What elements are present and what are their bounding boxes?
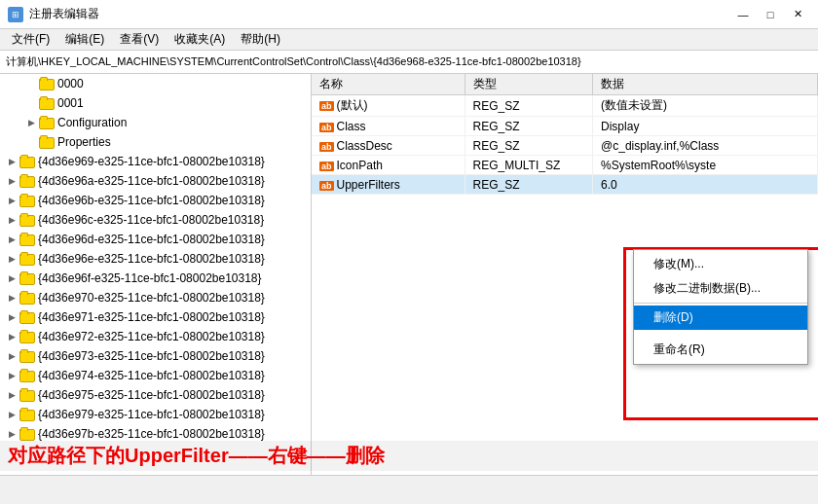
reg-type: REG_SZ xyxy=(465,95,593,117)
col-type: 类型 xyxy=(465,74,593,95)
tree-item[interactable]: ▶{4d36e971-e325-11ce-bfc1-08002be10318} xyxy=(0,307,311,327)
tree-label: Properties xyxy=(57,135,111,149)
reg-data: (数值未设置) xyxy=(593,95,818,117)
status-bar xyxy=(0,475,818,504)
title-bar: ⊞ 注册表编辑器 — □ ✕ xyxy=(0,0,818,29)
reg-name: abUpperFilters xyxy=(312,175,465,195)
menu-view[interactable]: 查看(V) xyxy=(112,29,167,50)
context-menu-item[interactable]: 修改(M)... xyxy=(634,252,807,276)
tree-label: {4d36e971-e325-11ce-bfc1-08002be10318} xyxy=(38,310,265,324)
tree-label: {4d36e96b-e325-11ce-bfc1-08002be10318} xyxy=(38,194,265,207)
context-menu: 修改(M)...修改二进制数据(B)...删除(D)重命名(R) xyxy=(633,249,808,365)
tree-label: {4d36e96a-e325-11ce-bfc1-08002be10318} xyxy=(38,174,265,188)
tree-item[interactable]: ▶{4d36e96e-e325-11ce-bfc1-08002be10318} xyxy=(0,249,311,269)
menu-help[interactable]: 帮助(H) xyxy=(233,29,288,50)
tree-label: 0000 xyxy=(57,77,84,90)
tree-label: {4d36e96c-e325-11ce-bfc1-08002be10318} xyxy=(38,213,264,227)
minimize-button[interactable]: — xyxy=(730,5,756,24)
tree-item[interactable]: Properties xyxy=(0,132,311,152)
tree-item[interactable]: ▶{4d36e979-e325-11ce-bfc1-08002be10318} xyxy=(0,405,311,424)
title-controls: — □ ✕ xyxy=(730,5,810,24)
main-area: 00000001▶ConfigurationProperties▶{4d36e9… xyxy=(0,74,818,475)
tree-label: {4d36e96d-e325-11ce-bfc1-08002be10318} xyxy=(38,233,265,246)
tree-panel: 00000001▶ConfigurationProperties▶{4d36e9… xyxy=(0,74,312,475)
tree-label: {4d36e96f-e325-11ce-bfc1-08002be10318} xyxy=(38,271,262,285)
tree-label: {4d36e96e-e325-11ce-bfc1-08002be10318} xyxy=(38,252,265,266)
tree-item[interactable]: ▶{4d36e973-e325-11ce-bfc1-08002be10318} xyxy=(0,346,311,366)
maximize-button[interactable]: □ xyxy=(758,5,783,24)
tree-label: {4d36e972-e325-11ce-bfc1-08002be10318} xyxy=(38,330,265,343)
table-row[interactable]: abClassREG_SZDisplay xyxy=(312,117,818,136)
address-path: 计算机\HKEY_LOCAL_MACHINE\SYSTEM\CurrentCon… xyxy=(6,54,581,69)
col-name: 名称 xyxy=(312,74,465,95)
table-row[interactable]: abUpperFiltersREG_SZ6.0 xyxy=(312,175,818,195)
reg-data: @c_display.inf,%Class xyxy=(593,136,818,156)
context-menu-item[interactable] xyxy=(634,330,807,338)
tree-label: {4d36e974-e325-11ce-bfc1-08002be10318} xyxy=(38,369,265,382)
context-menu-item[interactable]: 重命名(R) xyxy=(634,338,807,362)
tree-label: 0001 xyxy=(57,96,84,110)
tree-item[interactable]: ▶{4d36e975-e325-11ce-bfc1-08002be10318} xyxy=(0,385,311,405)
context-menu-overlay: 修改(M)...修改二进制数据(B)...删除(D)重命名(R) xyxy=(633,249,808,365)
tree-item[interactable]: ▶Configuration xyxy=(0,113,311,132)
reg-type: REG_MULTI_SZ xyxy=(465,156,593,175)
tree-label: {4d36e979-e325-11ce-bfc1-08002be10318} xyxy=(38,408,265,421)
reg-data: 6.0 xyxy=(593,175,818,195)
title-left: ⊞ 注册表编辑器 xyxy=(8,6,99,22)
tree-scroll[interactable]: 00000001▶ConfigurationProperties▶{4d36e9… xyxy=(0,74,311,475)
menu-bar: 文件(F) 编辑(E) 查看(V) 收藏夹(A) 帮助(H) xyxy=(0,29,818,51)
menu-file[interactable]: 文件(F) xyxy=(4,29,57,50)
tree-item[interactable]: ▶{4d36e96d-e325-11ce-bfc1-08002be10318} xyxy=(0,230,311,249)
col-data: 数据 xyxy=(593,74,818,95)
context-menu-separator xyxy=(634,303,807,304)
annotation-text: 对应路径下的UpperFilter——右键——删除 xyxy=(0,441,818,471)
context-menu-item[interactable]: 删除(D) xyxy=(634,306,807,330)
reg-name: ab(默认) xyxy=(312,95,465,117)
tree-label: {4d36e973-e325-11ce-bfc1-08002be10318} xyxy=(38,349,265,363)
context-menu-item[interactable]: 修改二进制数据(B)... xyxy=(634,276,807,301)
table-row[interactable]: ab(默认)REG_SZ(数值未设置) xyxy=(312,95,818,117)
tree-label: Configuration xyxy=(57,116,127,129)
tree-label: {4d36e970-e325-11ce-bfc1-08002be10318} xyxy=(38,291,265,305)
tree-item[interactable]: ▶{4d36e972-e325-11ce-bfc1-08002be10318} xyxy=(0,327,311,346)
table-row[interactable]: abIconPathREG_MULTI_SZ%SystemRoot%\syste xyxy=(312,156,818,175)
window-title: 注册表编辑器 xyxy=(29,6,99,22)
table-row[interactable]: abClassDescREG_SZ@c_display.inf,%Class xyxy=(312,136,818,156)
reg-name: abClassDesc xyxy=(312,136,465,156)
reg-data: %SystemRoot%\syste xyxy=(593,156,818,175)
tree-item[interactable]: 0001 xyxy=(0,93,311,113)
tree-item[interactable]: ▶{4d36e96c-e325-11ce-bfc1-08002be10318} xyxy=(0,210,311,230)
tree-item[interactable]: ▶{4d36e974-e325-11ce-bfc1-08002be10318} xyxy=(0,366,311,385)
tree-label: {4d36e97b-e325-11ce-bfc1-08002be10318} xyxy=(38,427,265,441)
address-bar: 计算机\HKEY_LOCAL_MACHINE\SYSTEM\CurrentCon… xyxy=(0,51,818,74)
tree-item[interactable]: ▶{4d36e969-e325-11ce-bfc1-08002be10318} xyxy=(0,152,311,171)
tree-label: {4d36e975-e325-11ce-bfc1-08002be10318} xyxy=(38,388,265,402)
menu-favorites[interactable]: 收藏夹(A) xyxy=(167,29,233,50)
reg-type: REG_SZ xyxy=(465,117,593,136)
app-icon: ⊞ xyxy=(8,7,23,22)
reg-type: REG_SZ xyxy=(465,175,593,195)
tree-item[interactable]: 0000 xyxy=(0,74,311,93)
right-panel: 名称 类型 数据 ab(默认)REG_SZ(数值未设置)abClassREG_S… xyxy=(312,74,818,475)
reg-data: Display xyxy=(593,117,818,136)
tree-item[interactable]: ▶{4d36e96a-e325-11ce-bfc1-08002be10318} xyxy=(0,171,311,191)
registry-table: 名称 类型 数据 ab(默认)REG_SZ(数值未设置)abClassREG_S… xyxy=(312,74,818,195)
reg-name: abClass xyxy=(312,117,465,136)
reg-type: REG_SZ xyxy=(465,136,593,156)
tree-label: {4d36e969-e325-11ce-bfc1-08002be10318} xyxy=(38,155,265,168)
tree-item[interactable]: ▶{4d36e96b-e325-11ce-bfc1-08002be10318} xyxy=(0,191,311,210)
close-button[interactable]: ✕ xyxy=(785,5,810,24)
menu-edit[interactable]: 编辑(E) xyxy=(57,29,112,50)
tree-item[interactable]: ▶{4d36e96f-e325-11ce-bfc1-08002be10318} xyxy=(0,269,311,288)
tree-item[interactable]: ▶{4d36e970-e325-11ce-bfc1-08002be10318} xyxy=(0,288,311,307)
reg-name: abIconPath xyxy=(312,156,465,175)
